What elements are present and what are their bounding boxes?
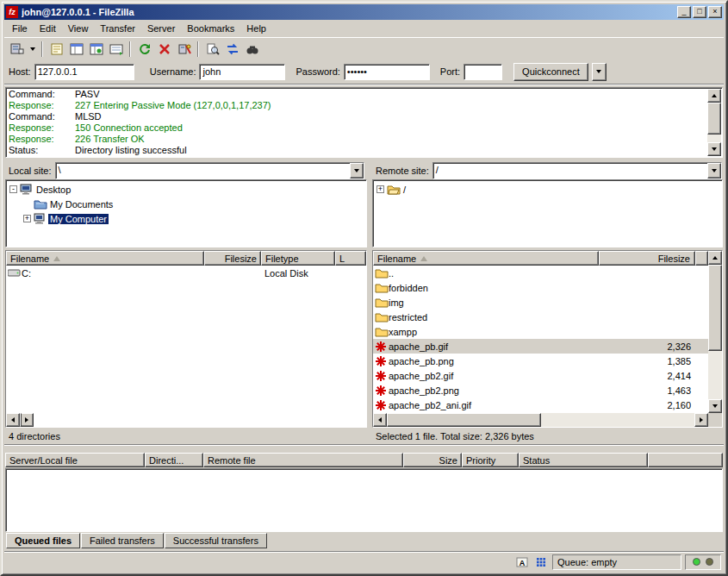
refresh-icon [138, 42, 152, 56]
expand-icon[interactable]: + [376, 185, 384, 193]
toggle-transfer-queue-button[interactable] [106, 40, 126, 59]
column-header-filetype[interactable]: Filetype [261, 251, 335, 266]
collapse-icon[interactable]: - [9, 185, 17, 193]
cancel-operation-button[interactable] [154, 40, 174, 59]
site-manager-button[interactable] [7, 40, 27, 59]
tree-item-root[interactable]: + / [374, 182, 721, 197]
scrollbar-thumb[interactable] [708, 265, 722, 351]
toggle-remote-tree-button[interactable] [86, 40, 106, 59]
remote-file-list-body: .. forbidden img restricted [373, 266, 708, 413]
minimize-button[interactable]: _ [677, 6, 691, 18]
host-input[interactable] [34, 64, 134, 80]
password-label: Password: [296, 66, 339, 77]
port-label: Port: [440, 66, 460, 77]
username-input[interactable] [199, 64, 285, 80]
menu-edit[interactable]: Edit [34, 22, 62, 35]
site-manager-dropdown-button[interactable] [27, 40, 38, 59]
toggle-remote-tree-icon [90, 42, 103, 56]
queue-column-priority[interactable]: Priority [462, 453, 519, 467]
password-input[interactable] [344, 64, 430, 80]
scroll-left-button[interactable] [373, 413, 387, 427]
local-file-list-body: C: Local Disk [6, 266, 366, 413]
combo-dropdown-button[interactable] [707, 163, 721, 178]
queue-column-server-local-file[interactable]: Server/Local file [5, 453, 145, 467]
file-row[interactable]: .. [373, 266, 708, 280]
toolbar-separator [129, 41, 131, 57]
toggle-message-log-button[interactable] [47, 40, 66, 59]
find-files-button[interactable] [242, 40, 262, 59]
disconnect-button[interactable] [174, 40, 194, 59]
synchronized-browsing-button[interactable] [222, 40, 242, 59]
queue-list [5, 468, 723, 532]
window-title: john@127.0.0.1 - FileZilla [22, 7, 675, 17]
file-row[interactable]: apache_pb.png 1,385 [373, 354, 708, 368]
file-row[interactable]: apache_pb2.png 1,463 [373, 383, 708, 398]
queue-column-direction[interactable]: Directi... [145, 453, 203, 467]
file-row[interactable]: restricted [373, 310, 708, 324]
menu-server[interactable]: Server [141, 22, 181, 35]
combo-dropdown-button[interactable] [350, 163, 364, 178]
file-row-c-drive[interactable]: C: Local Disk [6, 266, 366, 280]
local-horizontal-scrollbar[interactable] [6, 413, 34, 427]
log-scrollbar[interactable] [707, 89, 721, 156]
tab-successful-transfers[interactable]: Successful transfers [165, 533, 267, 548]
tab-queued-files[interactable]: Queued files [6, 533, 80, 548]
column-header-filename[interactable]: Filename [373, 251, 599, 266]
remote-site-combobox[interactable]: / [432, 162, 722, 179]
close-button[interactable]: × [708, 6, 722, 18]
queue-column-size[interactable]: Size [403, 453, 462, 467]
local-site-combobox[interactable]: \ [55, 162, 364, 179]
tree-row: - Desktop My Documents + My Computer + / [4, 179, 724, 247]
remote-horizontal-scrollbar[interactable] [373, 413, 708, 427]
disconnect-icon [177, 42, 191, 56]
local-directory-tree: - Desktop My Documents + My Computer [5, 179, 367, 247]
expand-icon[interactable]: + [23, 215, 31, 222]
scroll-down-button[interactable] [708, 399, 722, 413]
toggle-local-tree-button[interactable] [66, 40, 86, 59]
column-header-filename[interactable]: Filename [6, 251, 204, 266]
tab-failed-transfers[interactable]: Failed transfers [81, 533, 164, 548]
column-header-last-modified[interactable]: L [335, 251, 366, 266]
column-header-filesize[interactable]: Filesize [204, 251, 261, 266]
scrollbar-thumb[interactable] [20, 413, 22, 427]
menu-transfer[interactable]: Transfer [94, 22, 141, 35]
tree-item-my-computer[interactable]: + My Computer [21, 211, 365, 226]
column-header-blank [695, 251, 708, 266]
port-input[interactable] [464, 64, 502, 80]
tree-item-desktop[interactable]: - Desktop [7, 182, 365, 197]
quickconnect-button[interactable]: Quickconnect [513, 63, 588, 81]
maximize-button[interactable]: □ [693, 6, 706, 18]
scroll-up-button[interactable] [708, 251, 722, 265]
scrollbar-thumb[interactable] [707, 103, 721, 135]
refresh-button[interactable] [134, 40, 154, 59]
arrow-right-icon [25, 417, 28, 423]
scrollbar-thumb[interactable] [387, 413, 541, 427]
queue-column-remote-file[interactable]: Remote file [203, 453, 403, 467]
scroll-left-button[interactable] [6, 413, 20, 427]
scroll-right-button[interactable] [694, 413, 708, 427]
file-row[interactable]: apache_pb2_ani.gif 2,160 [373, 398, 708, 412]
file-row-selected[interactable]: apache_pb.gif 2,326 [373, 339, 708, 354]
arrow-down-icon [712, 404, 718, 408]
title-bar: fz john@127.0.0.1 - FileZilla _ □ × [4, 4, 724, 20]
log-line: Response:226 Transfer OK [9, 134, 706, 145]
menu-help[interactable]: Help [240, 22, 272, 35]
queue-column-status[interactable]: Status [519, 453, 648, 467]
file-row[interactable]: apache_pb2.gif 2,414 [373, 368, 708, 383]
scroll-down-button[interactable] [707, 142, 721, 156]
menu-view[interactable]: View [62, 22, 95, 35]
directory-comparison-button[interactable] [202, 40, 222, 59]
file-row[interactable]: img [373, 295, 708, 310]
toggle-local-tree-icon [70, 42, 84, 56]
folder-icon [373, 297, 389, 308]
file-row[interactable]: forbidden [373, 280, 708, 295]
scroll-up-button[interactable] [707, 89, 721, 103]
menu-file[interactable]: File [6, 22, 34, 35]
scroll-right-button[interactable] [20, 413, 34, 427]
remote-vertical-scrollbar[interactable] [708, 251, 722, 413]
menu-bookmarks[interactable]: Bookmarks [181, 22, 240, 35]
quickconnect-dropdown-button[interactable] [592, 63, 607, 81]
file-row[interactable]: xampp [373, 324, 708, 339]
tree-item-my-documents[interactable]: My Documents [21, 197, 365, 211]
column-header-filesize[interactable]: Filesize [599, 251, 695, 266]
